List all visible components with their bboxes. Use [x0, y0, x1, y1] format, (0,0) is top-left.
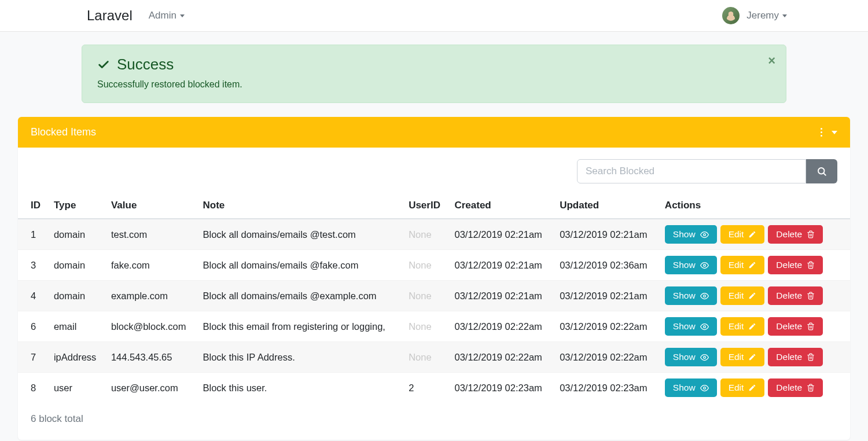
table-total: 6 block total [18, 403, 850, 440]
cell-updated: 03/12/2019 02:22am [554, 342, 659, 373]
cell-type: ipAddress [48, 342, 105, 373]
brand[interactable]: Laravel [87, 8, 133, 24]
eye-icon [700, 353, 709, 362]
cell-note: Block all domains/emails @example.com [197, 281, 403, 311]
svg-point-7 [703, 387, 705, 389]
col-type: Type [48, 193, 105, 219]
pencil-icon [748, 322, 756, 330]
cell-note: Block all domains/emails @fake.com [197, 250, 403, 281]
cell-userid: 2 [403, 373, 448, 403]
delete-button[interactable]: Delete [768, 286, 823, 305]
check-icon [97, 58, 110, 71]
chevron-down-icon [832, 131, 837, 134]
cell-actions: ShowEditDelete [659, 373, 850, 403]
col-id: ID [18, 193, 48, 219]
cell-actions: ShowEditDelete [659, 311, 850, 342]
cell-updated: 03/12/2019 02:23am [554, 373, 659, 403]
search-group [577, 159, 837, 183]
cell-updated: 03/12/2019 02:36am [554, 250, 659, 281]
trash-icon [807, 261, 815, 269]
avatar [722, 7, 740, 24]
eye-icon [700, 384, 709, 392]
delete-button[interactable]: Delete [768, 225, 823, 244]
edit-button[interactable]: Edit [720, 256, 765, 274]
card-header-menu[interactable] [821, 128, 837, 137]
edit-button[interactable]: Edit [720, 225, 765, 244]
search-button[interactable] [806, 159, 837, 183]
show-button[interactable]: Show [665, 317, 717, 336]
edit-button[interactable]: Edit [720, 286, 765, 305]
cell-actions: ShowEditDelete [659, 219, 850, 250]
col-actions: Actions [659, 193, 850, 219]
card-title: Blocked Items [31, 126, 96, 138]
show-button[interactable]: Show [665, 378, 717, 397]
cell-value: example.com [105, 281, 197, 311]
eye-icon [700, 230, 709, 239]
cell-created: 03/12/2019 02:21am [448, 281, 554, 311]
cell-value: test.com [105, 219, 197, 250]
nav-user-menu[interactable]: Jeremy [722, 7, 787, 24]
nav-admin-dropdown[interactable]: Admin [149, 10, 185, 21]
alert-success: Success Successfully restored blocked it… [82, 45, 786, 103]
eye-icon [700, 322, 709, 331]
cell-id: 3 [18, 250, 48, 281]
edit-button[interactable]: Edit [720, 317, 765, 336]
cell-type: domain [48, 250, 105, 281]
cell-userid: None [403, 250, 448, 281]
chevron-down-icon [782, 14, 787, 17]
search-icon [816, 166, 827, 177]
cell-updated: 03/12/2019 02:22am [554, 311, 659, 342]
trash-icon [807, 292, 815, 300]
show-button[interactable]: Show [665, 225, 717, 244]
delete-button[interactable]: Delete [768, 256, 823, 274]
cell-note: Block this user. [197, 373, 403, 403]
cell-type: email [48, 311, 105, 342]
pencil-icon [748, 384, 756, 392]
table-row: 6emailblock@block.comBlock this email fr… [18, 311, 850, 342]
cell-updated: 03/12/2019 02:21am [554, 281, 659, 311]
svg-point-4 [703, 295, 705, 297]
delete-button[interactable]: Delete [768, 348, 823, 366]
cell-id: 1 [18, 219, 48, 250]
chevron-down-icon [180, 14, 185, 17]
cell-id: 4 [18, 281, 48, 311]
trash-icon [807, 230, 815, 238]
edit-button[interactable]: Edit [720, 348, 765, 366]
eye-icon [700, 261, 709, 270]
delete-button[interactable]: Delete [768, 378, 823, 397]
alert-close-button[interactable]: × [768, 53, 775, 68]
cell-actions: ShowEditDelete [659, 281, 850, 311]
show-button[interactable]: Show [665, 256, 717, 274]
alert-title: Success [117, 56, 174, 74]
trash-icon [807, 384, 815, 392]
cell-value: fake.com [105, 250, 197, 281]
table-row: 3domainfake.comBlock all domains/emails … [18, 250, 850, 281]
col-note: Note [197, 193, 403, 219]
card-header: Blocked Items [18, 117, 850, 148]
cell-created: 03/12/2019 02:22am [448, 342, 554, 373]
nav-admin-label: Admin [149, 10, 176, 21]
cell-value: block@block.com [105, 311, 197, 342]
cell-note: Block all domains/emails @test.com [197, 219, 403, 250]
trash-icon [807, 322, 815, 330]
cell-userid: None [403, 311, 448, 342]
eye-icon [700, 292, 709, 300]
show-button[interactable]: Show [665, 348, 717, 366]
blocked-items-card: Blocked Items ID Type Value Note [18, 117, 850, 440]
svg-point-2 [703, 233, 705, 236]
col-created: Created [448, 193, 554, 219]
search-input[interactable] [577, 159, 806, 183]
table-row: 7ipAddress144.543.45.65Block this IP Add… [18, 342, 850, 373]
show-button[interactable]: Show [665, 286, 717, 305]
cell-created: 03/12/2019 02:21am [448, 219, 554, 250]
cell-actions: ShowEditDelete [659, 342, 850, 373]
cell-note: Block this IP Address. [197, 342, 403, 373]
cell-userid: None [403, 281, 448, 311]
cell-note: Block this email from registering or log… [197, 311, 403, 342]
table-row: 1domaintest.comBlock all domains/emails … [18, 219, 850, 250]
edit-button[interactable]: Edit [720, 378, 765, 397]
delete-button[interactable]: Delete [768, 317, 823, 336]
cell-created: 03/12/2019 02:23am [448, 373, 554, 403]
cell-type: user [48, 373, 105, 403]
cell-value: user@user.com [105, 373, 197, 403]
